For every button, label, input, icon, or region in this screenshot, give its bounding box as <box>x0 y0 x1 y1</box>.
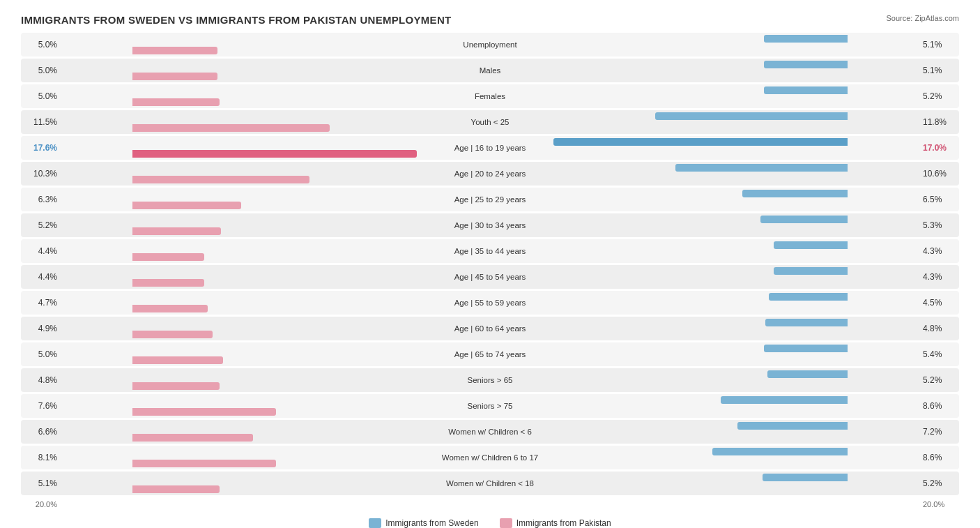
pink-bar-row <box>63 96 917 108</box>
axis-row: 20.0% 20.0% <box>21 497 959 511</box>
chart-row: 5.0% Females 5.2% <box>21 84 959 108</box>
center-section: Women w/ Children < 18 <box>63 472 917 495</box>
sweden-bar <box>760 216 848 223</box>
left-value: 6.3% <box>21 195 63 204</box>
blue-bar-row <box>63 368 917 380</box>
sweden-bar <box>764 35 848 43</box>
center-section: Youth < 25 <box>63 110 917 134</box>
right-value: 10.6% <box>917 169 959 179</box>
chart-row: 5.2% Age | 30 to 34 years 5.3% <box>21 213 959 237</box>
legend-sweden: Immigrants from Sweden <box>369 518 478 528</box>
right-value: 11.8% <box>917 117 959 127</box>
center-section: Women w/ Children 6 to 17 <box>63 446 917 469</box>
left-value: 5.0% <box>21 40 63 50</box>
chart-row: 4.8% Seniors > 65 5.2% <box>21 368 959 392</box>
pakistan-bar <box>132 382 220 390</box>
blue-bar-row <box>63 84 917 96</box>
center-section: Age | 55 to 59 years <box>63 291 917 315</box>
pink-bar-row <box>63 432 917 444</box>
sweden-color-swatch <box>369 518 381 528</box>
chart-row: 4.7% Age | 55 to 59 years 4.5% <box>21 291 959 315</box>
blue-bar-row <box>63 394 917 406</box>
pakistan-bar <box>132 202 241 209</box>
left-value: 4.4% <box>21 246 63 256</box>
pakistan-bar <box>132 408 276 416</box>
blue-bar-row <box>63 239 917 251</box>
right-value: 4.8% <box>917 324 959 333</box>
sweden-bar <box>742 190 848 197</box>
center-section: Age | 35 to 44 years <box>63 239 917 263</box>
pink-bar-row <box>63 380 917 392</box>
blue-bar-row <box>63 420 917 432</box>
sweden-bar <box>774 241 848 249</box>
left-value: 5.1% <box>21 478 63 488</box>
left-value: 4.7% <box>21 298 63 308</box>
chart-area: 5.0% Unemployment 5.1% 5.0% <box>21 33 959 511</box>
sweden-bar <box>763 474 848 481</box>
axis-right-label: 20.0% <box>917 500 959 508</box>
blue-bar-row <box>63 446 917 458</box>
pink-bar-row <box>63 406 917 418</box>
left-value: 7.6% <box>21 401 63 411</box>
left-value: 11.5% <box>21 117 63 127</box>
center-section: Age | 20 to 24 years <box>63 162 917 186</box>
sweden-bar <box>769 293 848 301</box>
blue-bar-row <box>63 162 917 174</box>
center-section: Women w/ Children < 6 <box>63 420 917 444</box>
center-section: Males <box>63 59 917 82</box>
pakistan-bar <box>132 98 220 106</box>
right-value: 4.3% <box>917 272 959 282</box>
chart-row: 5.0% Unemployment 5.1% <box>21 33 959 56</box>
sweden-bar <box>765 319 848 326</box>
pink-bar-row <box>63 277 917 289</box>
left-value: 4.8% <box>21 375 63 385</box>
chart-row: 4.4% Age | 45 to 54 years 4.3% <box>21 265 959 289</box>
chart-row: 6.3% Age | 25 to 29 years 6.5% <box>21 188 959 211</box>
center-section: Age | 45 to 54 years <box>63 265 917 289</box>
blue-bar-row <box>63 342 917 354</box>
pink-bar-row <box>63 45 917 56</box>
left-value: 4.4% <box>21 272 63 282</box>
axis-left-label: 20.0% <box>21 500 63 508</box>
right-value: 5.3% <box>917 220 959 230</box>
pink-bar-row <box>63 329 917 340</box>
pink-bar-row <box>63 354 917 366</box>
sweden-bar <box>774 267 848 275</box>
right-value: 5.2% <box>917 478 959 488</box>
pink-bar-row <box>63 303 917 315</box>
pink-bar-row <box>63 458 917 469</box>
blue-bar-row <box>63 136 917 148</box>
right-value: 7.2% <box>917 427 959 437</box>
center-section: Unemployment <box>63 33 917 56</box>
center-section: Females <box>63 84 917 108</box>
right-value: 6.5% <box>917 195 959 204</box>
blue-bar-row <box>63 110 917 122</box>
pakistan-bar <box>132 331 213 338</box>
chart-row: 5.1% Women w/ Children < 18 5.2% <box>21 472 959 495</box>
sweden-bar <box>764 345 848 352</box>
right-value: 5.2% <box>917 91 959 101</box>
blue-bar-row <box>63 265 917 277</box>
pakistan-bar <box>132 460 276 467</box>
center-section: Seniors > 75 <box>63 394 917 418</box>
right-value: 17.0% <box>917 143 959 153</box>
pakistan-bar <box>132 176 309 183</box>
sweden-bar <box>721 396 848 404</box>
pink-bar-row <box>63 483 917 495</box>
left-value: 5.0% <box>21 349 63 359</box>
left-value: 6.6% <box>21 427 63 437</box>
legend-pakistan: Immigrants from Pakistan <box>500 518 611 528</box>
center-section: Seniors > 65 <box>63 368 917 392</box>
right-value: 4.3% <box>917 246 959 256</box>
center-section: Age | 60 to 64 years <box>63 317 917 340</box>
right-value: 8.6% <box>917 453 959 462</box>
legend: Immigrants from Sweden Immigrants from P… <box>21 518 959 528</box>
sweden-bar <box>712 448 848 455</box>
left-value: 5.0% <box>21 91 63 101</box>
sweden-bar <box>553 138 848 146</box>
pink-bar-row <box>63 70 917 82</box>
pakistan-bar <box>132 124 330 132</box>
blue-bar-row <box>63 188 917 199</box>
pakistan-bar <box>132 73 217 80</box>
pink-bar-row <box>63 225 917 237</box>
